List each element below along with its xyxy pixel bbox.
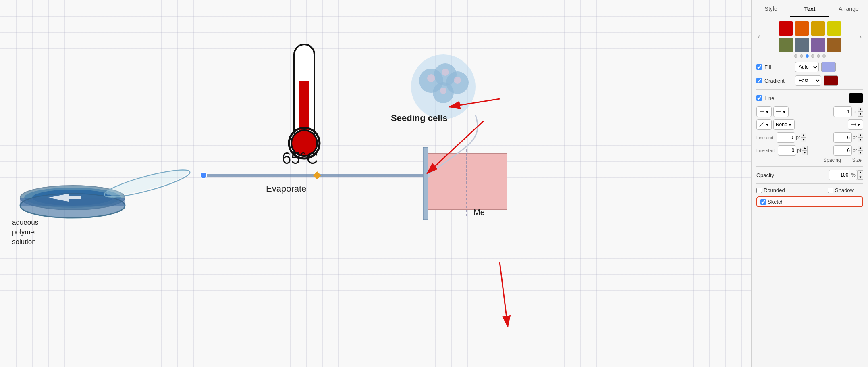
svg-line-33 <box>449 99 500 107</box>
line-start-row: Line start pt ▲▼ pt ▲▼ <box>756 145 863 156</box>
dot-3[interactable] <box>811 54 814 58</box>
svg-rect-28 <box>426 153 507 210</box>
rounded-label: Rounded <box>764 187 792 193</box>
svg-line-34 <box>500 262 508 327</box>
svg-marker-41 <box>855 123 856 126</box>
swatches-next-button[interactable]: › <box>858 33 863 40</box>
rounded-group: Rounded <box>756 187 792 193</box>
right-panel: Style Text Arrange ‹ › <box>751 0 868 367</box>
divider-1 <box>756 89 863 90</box>
opacity-input-group: % ▲ ▼ <box>829 170 863 180</box>
swatch-1[interactable] <box>795 21 809 36</box>
line-pt-down[interactable]: ▼ <box>858 112 863 117</box>
line-end-label: Line end <box>756 135 773 140</box>
svg-point-2 <box>24 188 121 208</box>
swatch-5[interactable] <box>795 38 809 52</box>
fill-select[interactable]: Auto None Fill <box>795 62 819 72</box>
dot-1[interactable] <box>800 54 803 58</box>
svg-line-39 <box>760 123 764 127</box>
dot-4[interactable] <box>817 54 820 58</box>
line-end-val-input[interactable] <box>777 132 795 143</box>
swatch-0[interactable] <box>779 21 793 36</box>
opacity-input[interactable] <box>829 170 849 180</box>
panel-body: ‹ › Fill <box>752 17 868 367</box>
size-label: Size <box>852 157 862 163</box>
fill-row: Fill Auto None Fill <box>756 62 863 72</box>
canvas-area[interactable]: 65°C Evaporate Seeding cells aqueouspoly… <box>0 0 751 367</box>
svg-rect-15 <box>294 44 314 141</box>
spacing-size-labels: Spacing Size <box>756 157 863 163</box>
svg-point-17 <box>291 130 317 156</box>
gradient-select[interactable]: East West North South Radial <box>795 75 821 86</box>
dot-2[interactable] <box>806 54 809 58</box>
svg-marker-30 <box>425 173 430 179</box>
svg-point-22 <box>446 71 469 94</box>
line-pt-input[interactable] <box>833 106 852 117</box>
line-style-btn[interactable]: ▼ <box>773 106 789 117</box>
line-start-size-pt: pt <box>853 148 857 153</box>
shadow-group: Shadow <box>828 187 863 193</box>
me-label: Me <box>473 208 485 217</box>
dot-5[interactable] <box>822 54 826 58</box>
svg-point-12 <box>200 172 207 179</box>
line-pt-up[interactable]: ▲ <box>858 107 863 112</box>
tab-arrange[interactable]: Arrange <box>829 2 868 17</box>
line-pt-spin[interactable]: ▲ ▼ <box>858 107 863 117</box>
svg-point-20 <box>419 69 443 93</box>
line-color-box[interactable] <box>849 93 863 103</box>
fill-checkbox[interactable] <box>756 64 762 70</box>
sketch-checkbox[interactable] <box>760 199 766 205</box>
line-controls-1: ▼ ▼ pt ▲ ▼ <box>756 106 863 117</box>
opacity-down[interactable]: ▼ <box>858 175 863 180</box>
line-label: Line <box>764 95 793 101</box>
rounded-checkbox[interactable] <box>756 188 762 193</box>
svg-point-8 <box>104 165 189 200</box>
svg-point-27 <box>440 88 446 94</box>
svg-point-13 <box>423 172 430 179</box>
tab-style[interactable]: Style <box>752 2 790 17</box>
tab-text[interactable]: Text <box>790 2 829 17</box>
swatch-3[interactable] <box>827 21 841 36</box>
gradient-checkbox[interactable] <box>756 78 762 83</box>
line-start-label: Line start <box>756 148 775 153</box>
line-row: Line <box>756 93 863 103</box>
svg-point-19 <box>411 54 476 119</box>
swatches-grid <box>762 21 858 52</box>
svg-point-3 <box>32 190 113 206</box>
swatch-7[interactable] <box>827 38 841 52</box>
swatch-4[interactable] <box>779 38 793 52</box>
svg-point-21 <box>434 63 457 86</box>
svg-point-1 <box>20 186 125 210</box>
gradient-label: Gradient <box>764 78 793 84</box>
fill-color-box[interactable] <box>821 62 836 72</box>
opacity-label: Opacity <box>756 172 785 178</box>
svg-point-25 <box>442 69 449 76</box>
gradient-row: Gradient East West North South Radial <box>756 75 863 86</box>
line-start-val-group: pt ▲▼ <box>778 145 808 156</box>
shadow-checkbox[interactable] <box>828 188 833 193</box>
opacity-up[interactable]: ▲ <box>858 170 863 175</box>
swatch-2[interactable] <box>811 21 825 36</box>
line-end-size-input[interactable] <box>833 132 852 143</box>
sketch-row: Sketch <box>756 196 863 207</box>
line-start-val-input[interactable] <box>778 145 796 156</box>
line-end-row: Line end pt ▲▼ pt ▲▼ <box>756 132 863 143</box>
line-none-btn[interactable]: None ▼ <box>773 119 795 130</box>
swatch-dots <box>756 54 863 58</box>
svg-point-18 <box>289 128 320 158</box>
svg-line-35 <box>427 121 484 173</box>
opacity-spin[interactable]: ▲ ▼ <box>858 170 863 180</box>
svg-point-9 <box>102 165 192 202</box>
line-start-size-input[interactable] <box>833 145 852 156</box>
swatch-6[interactable] <box>811 38 825 52</box>
line-checkbox[interactable] <box>756 95 762 101</box>
line-start-arrow-btn[interactable]: ▼ <box>756 106 772 117</box>
line-start-size-group: pt ▲▼ <box>833 145 863 156</box>
line-diagonal-btn[interactable]: ▼ <box>756 119 772 130</box>
panel-tabs: Style Text Arrange <box>752 0 868 17</box>
swatches-prev-button[interactable]: ‹ <box>756 33 762 40</box>
gradient-color-box[interactable] <box>824 75 838 86</box>
line-end-val-group: pt ▲▼ <box>777 132 806 143</box>
line-end-arrow-btn[interactable]: ▼ <box>848 119 863 130</box>
dot-0[interactable] <box>794 54 797 58</box>
